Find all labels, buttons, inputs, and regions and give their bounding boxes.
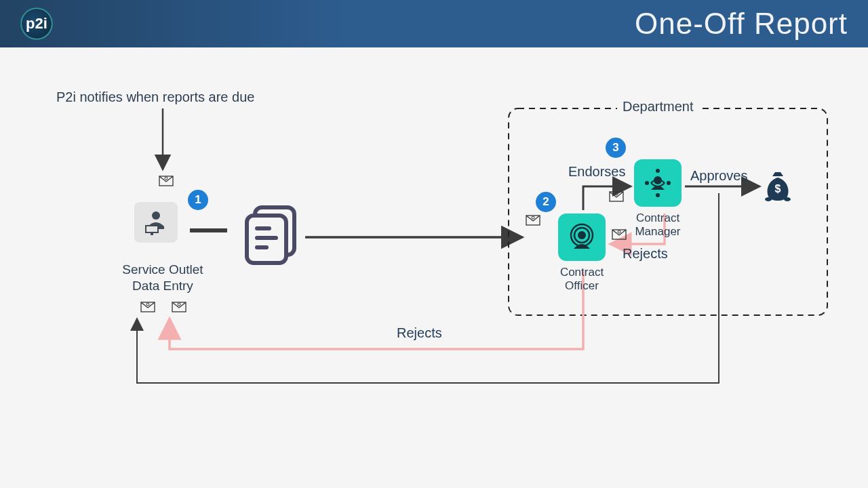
svg-point-36 (784, 197, 791, 201)
cm-label-1: Contract (627, 211, 689, 225)
svg-point-7 (152, 211, 160, 220)
step-badge-2: 2 (536, 192, 556, 212)
mail-icon (612, 229, 627, 240)
logo-icon: p2i (20, 7, 53, 40)
header-bar: p2i One-Off Report (0, 0, 868, 47)
service-outlet-label: Service Outlet Data Entry (108, 262, 217, 294)
contract-officer-node (558, 214, 606, 261)
contract-manager-icon (634, 159, 682, 207)
document-icon (237, 198, 298, 260)
step-badge-3: 3 (606, 138, 626, 158)
contract-manager-label: Contract Manager (627, 211, 689, 239)
contract-manager-node (634, 159, 682, 207)
cm-label-2: Manager (627, 225, 689, 239)
svg-point-35 (765, 197, 772, 201)
step-badge-1: 1 (188, 190, 208, 210)
approves-label: Approves (690, 168, 748, 184)
mail-icon (526, 215, 540, 226)
service-outlet-icon (134, 202, 178, 243)
svg-rect-10 (151, 233, 153, 235)
service-outlet-node (134, 202, 178, 243)
mail-icon (159, 176, 174, 186)
svg-rect-9 (146, 226, 157, 232)
logo: p2i (20, 7, 53, 40)
endorses-label: Endorses (568, 164, 626, 180)
svg-point-30 (656, 169, 660, 173)
svg-point-21 (532, 216, 534, 219)
service-outlet-label-2: Data Entry (108, 278, 217, 294)
logo-text: p2i (26, 15, 47, 33)
rejects-co-label: Rejects (397, 325, 442, 341)
rejects-cm-label: Rejects (623, 246, 668, 262)
svg-rect-19 (255, 245, 269, 249)
svg-point-6 (165, 177, 167, 180)
svg-point-28 (645, 181, 649, 185)
mail-icon (172, 302, 186, 312)
contract-officer-label: Contract Officer (548, 266, 616, 293)
svg-point-26 (615, 192, 618, 195)
mail-icon (140, 302, 155, 312)
money-icon: $ (763, 169, 793, 202)
svg-point-22 (578, 231, 586, 239)
page-title: One-Off Report (635, 7, 848, 41)
department-label: Department (617, 99, 699, 115)
contract-officer-icon (558, 214, 606, 261)
svg-rect-18 (255, 236, 278, 240)
co-label-1: Contract (548, 266, 616, 279)
notify-label: P2i notifies when reports are due (56, 89, 254, 105)
co-label-2: Officer (548, 279, 616, 293)
svg-point-31 (656, 193, 660, 197)
diagram-canvas: P2i notifies when reports are due 1 Serv… (0, 47, 868, 488)
svg-text:$: $ (775, 183, 781, 195)
service-outlet-label-1: Service Outlet (108, 262, 217, 278)
svg-point-14 (178, 303, 180, 306)
svg-point-33 (618, 230, 620, 233)
svg-point-29 (667, 181, 671, 185)
svg-point-12 (146, 303, 149, 306)
mail-icon (609, 191, 624, 202)
svg-rect-17 (255, 226, 271, 230)
